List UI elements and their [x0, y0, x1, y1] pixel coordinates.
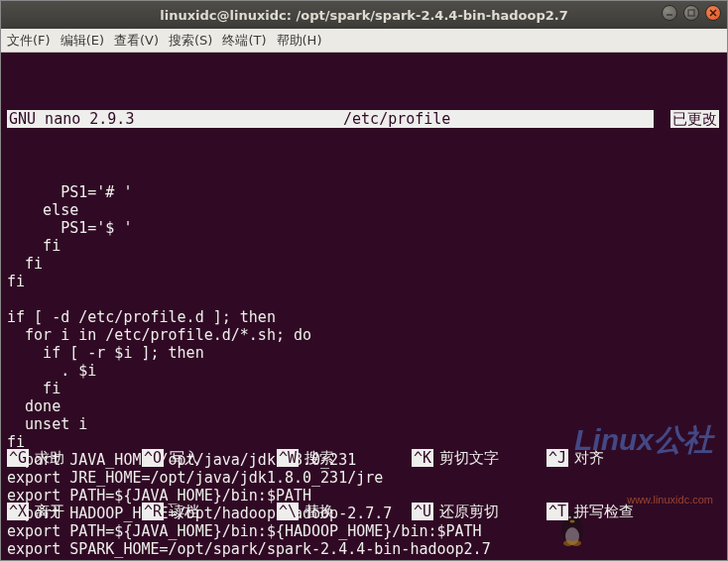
- shortcut-help: ^G求助: [7, 449, 114, 467]
- shortcut-spell: ^T拼写检查: [546, 503, 654, 520]
- menu-view[interactable]: 查看(V): [114, 32, 159, 50]
- minimize-button[interactable]: [662, 5, 677, 21]
- window-title: linuxidc@linuxidc: /opt/spark/spark-2.4.…: [160, 8, 567, 23]
- menu-help[interactable]: 帮助(H): [277, 32, 322, 50]
- menu-file[interactable]: 文件(F): [7, 32, 51, 50]
- menu-edit[interactable]: 编辑(E): [61, 32, 104, 50]
- maximize-icon: [687, 9, 695, 17]
- shortcut-writeout: ^O写入: [142, 449, 249, 467]
- terminal[interactable]: GNU nano 2.9.3 /etc/profile 已更改 PS1='# '…: [1, 53, 727, 561]
- shortcut-cut: ^K剪切文字: [412, 449, 519, 467]
- shortcut-justify: ^J对齐: [546, 449, 654, 467]
- menu-terminal[interactable]: 终端(T): [222, 32, 266, 50]
- nano-status-wrap: 已更改: [654, 110, 721, 128]
- shortcut-read: ^R读档: [142, 503, 249, 520]
- shortcut-search: ^W搜索: [277, 449, 384, 467]
- nano-shortcuts: ^G求助 ^O写入 ^W搜索 ^K剪切文字 ^J对齐 ^X离开 ^R读档 ^\替…: [7, 413, 721, 556]
- close-button[interactable]: [705, 5, 721, 21]
- minimize-icon: [666, 9, 673, 17]
- menubar: 文件(F) 编辑(E) 查看(V) 搜索(S) 终端(T) 帮助(H): [1, 29, 727, 53]
- window-controls: [662, 5, 721, 21]
- shortcut-replace: ^\替换: [277, 503, 384, 520]
- nano-status: 已更改: [670, 110, 719, 128]
- nano-filename: /etc/profile: [140, 110, 654, 128]
- menu-search[interactable]: 搜索(S): [169, 32, 212, 50]
- svg-rect-1: [688, 10, 694, 16]
- close-icon: [709, 9, 717, 17]
- window-titlebar: linuxidc@linuxidc: /opt/spark/spark-2.4.…: [1, 1, 727, 29]
- nano-header: GNU nano 2.9.3 /etc/profile 已更改: [7, 110, 721, 128]
- maximize-button[interactable]: [683, 5, 699, 21]
- shortcut-uncut: ^U还原剪切: [412, 503, 519, 520]
- nano-version: GNU nano 2.9.3: [7, 110, 140, 128]
- shortcut-exit: ^X离开: [7, 503, 114, 520]
